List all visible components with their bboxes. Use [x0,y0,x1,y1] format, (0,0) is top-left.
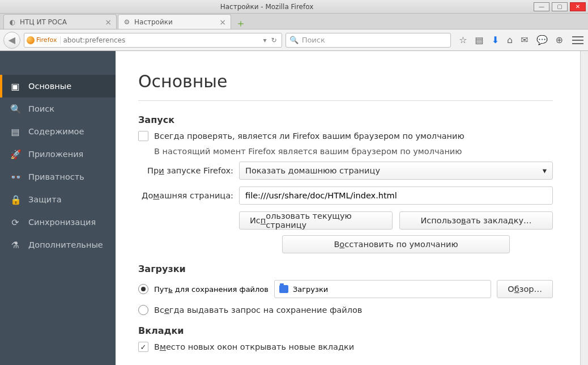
browser-tabstrip: ◐ НТЦ ИТ РОСА × ⚙ Настройки × ＋ [0,14,588,29]
search-placeholder: Поиск [302,36,325,44]
chevron-down-icon: ▾ [543,166,547,175]
check-default-browser-label: Всегда проверять, является ли Firefox ва… [154,131,465,141]
globe-icon[interactable]: ⊕ [556,35,563,45]
sidebar-item-label: Содержимое [28,127,84,136]
downloads-path-value: Загрузки [293,285,328,294]
url-bar[interactable]: Firefox about:preferences ▾ ↻ [24,33,282,48]
downloads-path-display: Загрузки [274,280,491,298]
search-icon: 🔍 [10,104,20,114]
browser-tab[interactable]: ◐ НТЦ ИТ РОСА × [3,14,117,29]
window-title: Настройки - Mozilla Firefox [0,3,534,11]
use-bookmark-button[interactable]: Использовать закладку… [399,211,553,230]
sidebar-item-advanced[interactable]: ⚗ Дополнительные [0,234,116,256]
preferences-sidebar: ▣ Основные 🔍 Поиск ▤ Содержимое 🚀 Прилож… [0,51,116,365]
window-maximize-button[interactable]: ▢ [552,2,568,11]
sidebar-item-label: Защита [28,195,62,204]
sidebar-item-label: Приложения [28,150,83,159]
save-to-radio[interactable] [138,284,148,294]
downloads-section-title: Загрузки [138,264,553,274]
menu-button[interactable] [571,35,585,46]
url-text: about:preferences [63,36,261,44]
sidebar-item-general[interactable]: ▣ Основные [0,75,116,97]
tab-label: Настройки [134,18,173,26]
sidebar-item-search[interactable]: 🔍 Поиск [0,97,116,120]
homepage-value: file:///usr/share/doc/HTML/index.html [245,191,397,200]
on-startup-label: При запуске Firefox: [138,166,233,175]
open-new-tabs-checkbox[interactable] [138,342,148,352]
privacy-icon: 👓 [10,172,20,182]
sidebar-item-label: Синхронизация [28,218,96,227]
always-ask-radio[interactable] [138,305,148,315]
firefox-icon [27,36,35,44]
check-default-browser-checkbox[interactable] [138,131,148,141]
vertical-scrollbar[interactable] [580,51,588,365]
window-titlebar: Настройки - Mozilla Firefox — ▢ ✕ [0,0,588,14]
sidebar-item-applications[interactable]: 🚀 Приложения [0,143,116,165]
tabs-section-title: Вкладки [138,325,553,336]
browse-button[interactable]: Обзор… [497,280,553,298]
magnifier-icon: 🔍 [289,36,299,44]
search-bar[interactable]: 🔍 Поиск [286,33,451,48]
use-current-page-button[interactable]: Использовать текущую страницу [239,211,393,230]
default-browser-status: В настоящий момент Firefox является ваши… [154,147,462,156]
sidebar-item-label: Основные [28,82,71,91]
back-button[interactable]: ◀ [3,32,20,49]
restore-default-button[interactable]: Восстановить по умолчанию [282,235,509,253]
window-close-button[interactable]: ✕ [570,2,586,11]
content-icon: ▤ [10,126,20,137]
sync-icon: ⟳ [10,217,20,228]
identity-label: Firefox [36,36,57,44]
preferences-main: Основные Запуск Всегда проверять, являет… [116,51,580,365]
new-tab-button[interactable]: ＋ [235,18,247,29]
sidebar-item-content[interactable]: ▤ Содержимое [0,120,116,143]
on-startup-select[interactable]: Показать домашнюю страницу ▾ [239,162,553,180]
open-new-tabs-label: Вместо новых окон открывать новые вкладк… [154,342,354,351]
window-minimize-button[interactable]: — [534,2,549,11]
page-heading: Основные [138,71,553,91]
sidebar-item-sync[interactable]: ⟳ Синхронизация [0,211,116,234]
always-ask-label: Всегда выдавать запрос на сохранение фай… [154,305,362,315]
homepage-input[interactable]: file:///usr/share/doc/HTML/index.html [239,186,553,205]
home-icon[interactable]: ⌂ [507,35,513,45]
toolbar-icons: ☆ ▤ ⬇ ⌂ ✉ 💬 ⊕ [454,35,568,45]
identity-box[interactable]: Firefox [27,36,61,44]
folder-icon [279,285,288,293]
sidebar-item-label: Приватность [28,172,84,181]
browser-toolbar: ◀ Firefox about:preferences ▾ ↻ 🔍 Поиск … [0,29,588,51]
general-icon: ▣ [10,81,20,92]
save-to-label: Путь для сохранения файлов [154,285,269,294]
tab-label: НТЦ ИТ РОСА [20,18,67,26]
sidebar-item-privacy[interactable]: 👓 Приватность [0,165,116,188]
browser-tab[interactable]: ⚙ Настройки × [118,14,231,29]
advanced-icon: ⚗ [10,240,20,251]
downloads-icon[interactable]: ⬇ [492,35,499,45]
divider [138,100,553,101]
gear-icon: ⚙ [123,18,131,26]
reload-button[interactable]: ↻ [269,36,279,44]
mail-icon[interactable]: ✉ [521,35,528,45]
on-startup-value: Показать домашнюю страницу [245,166,380,175]
globe-icon: ◐ [8,18,16,26]
content-area: ▣ Основные 🔍 Поиск ▤ Содержимое 🚀 Прилож… [0,51,588,365]
tab-close-button[interactable]: × [219,18,226,26]
window-controls: — ▢ ✕ [534,2,586,11]
startup-section-title: Запуск [138,114,553,125]
library-icon[interactable]: ▤ [475,35,484,45]
sidebar-item-label: Дополнительные [28,240,103,249]
lock-icon: 🔒 [10,194,20,205]
homepage-label: Домашняя страница: [138,191,233,200]
applications-icon: 🚀 [10,149,20,160]
chat-icon[interactable]: 💬 [536,35,548,45]
tab-close-button[interactable]: × [105,18,112,26]
urlbar-dropdown-icon[interactable]: ▾ [263,36,267,44]
sidebar-item-label: Поиск [28,104,54,113]
sidebar-item-security[interactable]: 🔒 Защита [0,188,116,211]
bookmark-star-icon[interactable]: ☆ [459,35,467,45]
